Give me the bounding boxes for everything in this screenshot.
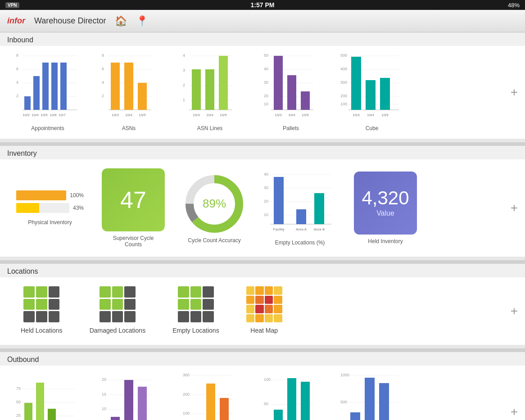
appointments-label: Appointments	[31, 125, 64, 131]
svg-text:400: 400	[340, 67, 347, 71]
inventory-add-button[interactable]: +	[511, 201, 518, 215]
locations-section: Locations Held Locations	[0, 264, 525, 345]
svg-rect-96	[274, 177, 284, 224]
cycle-accuracy-widget[interactable]: 89% Cycle Count Accuracy	[174, 172, 255, 244]
svg-rect-150	[301, 382, 310, 420]
svg-text:100: 100	[183, 411, 190, 415]
svg-text:8: 8	[102, 53, 104, 58]
svg-text:100: 100	[264, 377, 271, 382]
svg-text:50: 50	[264, 402, 268, 406]
svg-rect-9	[24, 96, 31, 110]
ob-cube-widget[interactable]: 1000 500 10/3 10/4 10/5 Cube	[331, 371, 412, 420]
heatmap-icon	[246, 286, 282, 322]
inventory-section: Inventory 100% 43% Physical Inventory	[0, 146, 525, 257]
outbound-add-button[interactable]: +	[511, 405, 518, 419]
svg-text:Area B: Area B	[314, 227, 325, 231]
svg-text:40: 40	[264, 67, 268, 71]
empty-locations-widget[interactable]: Empty Locations	[159, 286, 233, 334]
svg-text:30: 30	[264, 185, 268, 190]
app-logo: infor	[7, 16, 25, 26]
empty-locations-icon	[178, 286, 214, 322]
svg-text:40: 40	[264, 172, 268, 176]
ob-appointments-widget[interactable]: 75 50 25 10/3 10/4 10/5 Appointments	[7, 371, 88, 420]
held-locations-widget[interactable]: Held Locations	[7, 286, 76, 334]
svg-text:10/5: 10/5	[139, 113, 146, 117]
appointments-widget[interactable]: 8 6 4 2 10/3 10/4 1	[7, 51, 88, 131]
cube-widget[interactable]: 500 400 300 200 100 10/3 10/4	[331, 51, 412, 131]
status-bar: VPN 1:57 PM 48%	[0, 0, 525, 10]
svg-text:10/4: 10/4	[367, 113, 374, 117]
pi-bar-2: 43%	[16, 203, 84, 213]
asnlines-label: ASN Lines	[197, 125, 223, 131]
held-locations-icon	[23, 286, 59, 322]
svg-rect-78	[366, 80, 376, 110]
svg-rect-60	[274, 56, 283, 110]
physical-inventory-widget[interactable]: 100% 43% Physical Inventory	[7, 190, 93, 226]
vpn-badge: VPN	[5, 2, 19, 8]
svg-text:3: 3	[183, 68, 185, 72]
svg-text:2: 2	[183, 83, 185, 87]
held-inv-value-label: Value	[376, 209, 394, 217]
pallets-chart: 50 40 30 20 10 10/3 10/4	[259, 51, 322, 123]
svg-text:6: 6	[102, 67, 104, 71]
order-lines-widget[interactable]: 300 200 100 10/3 10/4 10/5 Order Lines	[169, 371, 250, 420]
svg-text:10: 10	[102, 406, 106, 411]
locations-body: Held Locations Damaged Locations	[0, 277, 525, 345]
damaged-locations-icon	[100, 286, 136, 322]
empty-locations-pct-widget[interactable]: 40 30 20 10 Facility Area A Area B	[255, 170, 345, 246]
svg-text:Area A: Area A	[296, 227, 307, 231]
svg-text:89%: 89%	[203, 197, 226, 210]
battery-indicator: 48%	[508, 2, 520, 9]
svg-text:4: 4	[183, 53, 185, 58]
asnlines-widget[interactable]: 4 3 2 1 10/3 10/4 10/5 A	[169, 51, 250, 131]
held-inventory-widget[interactable]: 4,320 Value Held Inventory	[345, 172, 426, 244]
damaged-locations-widget[interactable]: Damaged Locations	[76, 286, 159, 334]
svg-text:300: 300	[183, 373, 190, 377]
shipment-orders-chart: 20 15 10 5 10/3 10/4 10/5	[97, 371, 160, 420]
outbound-body: 75 50 25 10/3 10/4 10/5 Appointments	[0, 366, 525, 420]
inbound-add-button[interactable]: +	[511, 85, 518, 99]
asns-widget[interactable]: 8 6 4 2 10/3 10/4 10/5 A	[88, 51, 169, 131]
supervisor-cycle-widget[interactable]: 47 Supervisor CycleCounts	[93, 168, 174, 248]
supervisor-cycle-number: 47	[120, 188, 146, 212]
appointments-chart: 8 6 4 2 10/3 10/4 1	[16, 51, 79, 123]
inventory-header: Inventory	[0, 146, 525, 159]
svg-text:20: 20	[264, 94, 268, 98]
main-content: Inbound 8 6 4 2	[0, 32, 525, 420]
svg-rect-98	[314, 193, 324, 224]
svg-text:500: 500	[340, 53, 347, 58]
outbound-header: Outbound	[0, 352, 525, 366]
svg-text:4: 4	[102, 80, 104, 85]
pallets-label: Pallets	[283, 125, 299, 131]
supervisor-cycle-box: 47	[102, 168, 165, 231]
ob-pallets-widget[interactable]: 100 50 10/3 10/4 10/5 Pallets	[250, 371, 331, 420]
pallets-widget[interactable]: 50 40 30 20 10 10/3 10/4	[250, 51, 331, 131]
home-icon[interactable]: 🏠	[115, 15, 127, 27]
svg-text:10/4: 10/4	[288, 113, 295, 117]
inbound-body: 8 6 4 2 10/3 10/4 1	[0, 46, 525, 139]
asns-chart: 8 6 4 2 10/3 10/4 10/5	[97, 51, 160, 123]
locations-add-button[interactable]: +	[511, 304, 518, 318]
svg-rect-12	[51, 63, 58, 110]
heatmap-widget[interactable]: Heat Map	[233, 286, 296, 334]
held-inv-number: 4,320	[362, 189, 409, 208]
svg-rect-10	[33, 76, 40, 110]
ob-appointments-chart: 75 50 25 10/3 10/4 10/5	[16, 371, 79, 420]
svg-text:2: 2	[16, 94, 18, 98]
svg-rect-30	[138, 83, 147, 110]
svg-text:10/3: 10/3	[353, 113, 360, 117]
svg-text:20: 20	[102, 377, 106, 382]
page-title: Warehouse Director	[34, 16, 106, 26]
cycle-accuracy-chart: 89%	[183, 172, 246, 235]
svg-rect-77	[351, 57, 361, 110]
svg-text:8: 8	[16, 53, 18, 58]
location-icon[interactable]: 📍	[136, 15, 148, 27]
cube-chart: 500 400 300 200 100 10/3 10/4	[340, 51, 403, 123]
shipment-orders-widget[interactable]: 20 15 10 5 10/3 10/4 10/5	[88, 371, 169, 420]
svg-text:10: 10	[264, 102, 268, 106]
svg-rect-13	[60, 63, 67, 110]
supervisor-cycle-label: Supervisor CycleCounts	[113, 235, 154, 248]
held-inv-box: 4,320 Value	[354, 172, 417, 235]
svg-text:10/4: 10/4	[206, 113, 213, 117]
status-time: 1:57 PM	[251, 1, 275, 9]
